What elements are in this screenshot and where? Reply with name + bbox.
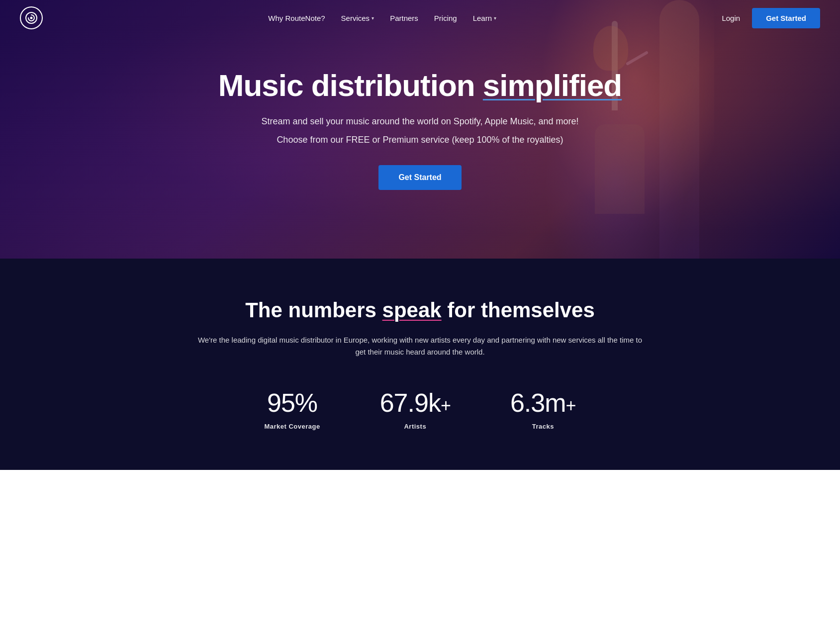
stat-tracks-label: Tracks <box>532 423 554 430</box>
nav-item-partners[interactable]: Partners <box>390 14 418 22</box>
logo-icon <box>20 6 43 29</box>
hero-subtitle2: Choose from our FREE or Premium service … <box>218 133 622 147</box>
nav-item-services[interactable]: Services ▾ <box>341 14 374 22</box>
stats-title: The numbers speak for themselves <box>20 298 820 322</box>
navbar: Why RouteNote? Services ▾ Partners Prici… <box>0 0 840 36</box>
nav-link-partners[interactable]: Partners <box>390 14 418 22</box>
stat-artists: 67.9k+ Artists <box>380 388 451 430</box>
nav-item-pricing[interactable]: Pricing <box>434 14 457 22</box>
nav-logo[interactable] <box>20 6 43 29</box>
stat-market-number: 95% <box>267 388 317 418</box>
nav-link-services[interactable]: Services ▾ <box>341 14 374 22</box>
chevron-down-icon: ▾ <box>372 15 374 21</box>
hero-subtitle1: Stream and sell your music around the wo… <box>218 114 622 129</box>
nav-item-learn[interactable]: Learn ▾ <box>473 14 496 22</box>
hero-section: Music distribution simplified Stream and… <box>0 0 840 259</box>
hero-title: Music distribution simplified <box>218 69 622 102</box>
nav-item-why[interactable]: Why RouteNote? <box>268 14 325 22</box>
login-button[interactable]: Login <box>722 14 740 22</box>
stat-market-label: Market Coverage <box>264 423 320 430</box>
svg-point-1 <box>30 17 33 19</box>
stat-market-coverage: 95% Market Coverage <box>264 388 320 430</box>
stats-section: The numbers speak for themselves We're t… <box>0 259 840 470</box>
stat-artists-number: 67.9k+ <box>380 388 451 418</box>
stats-grid: 95% Market Coverage 67.9k+ Artists 6.3m+… <box>20 388 820 430</box>
stat-tracks-number: 6.3m+ <box>510 388 576 418</box>
nav-link-why[interactable]: Why RouteNote? <box>268 14 325 22</box>
stat-artists-label: Artists <box>404 423 426 430</box>
nav-links: Why RouteNote? Services ▾ Partners Prici… <box>268 14 496 22</box>
get-started-nav-button[interactable]: Get Started <box>752 8 820 28</box>
nav-actions: Login Get Started <box>722 8 820 28</box>
nav-link-learn[interactable]: Learn ▾ <box>473 14 496 22</box>
hero-content: Music distribution simplified Stream and… <box>208 69 632 190</box>
bottom-section <box>0 470 840 530</box>
get-started-hero-button[interactable]: Get Started <box>378 165 461 190</box>
stat-tracks: 6.3m+ Tracks <box>510 388 576 430</box>
stats-description: We're the leading digital music distribu… <box>196 334 644 358</box>
nav-link-pricing[interactable]: Pricing <box>434 14 457 22</box>
chevron-down-icon-learn: ▾ <box>494 15 496 21</box>
